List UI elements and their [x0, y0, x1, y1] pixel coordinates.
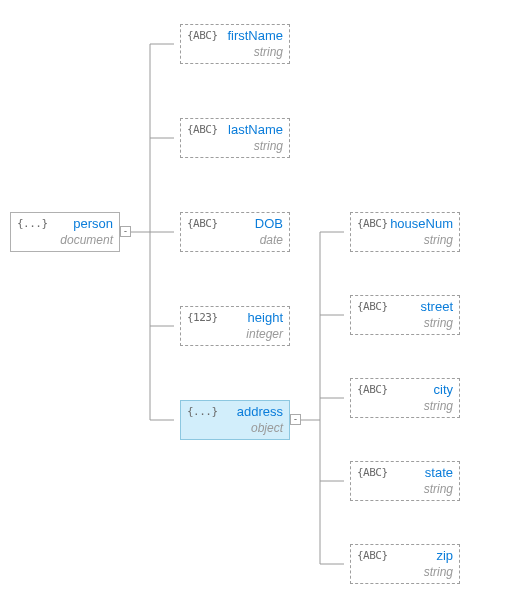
string-icon: {ABC} — [357, 466, 388, 479]
node-label: height — [248, 310, 283, 325]
node-label: DOB — [255, 216, 283, 231]
node-type: string — [424, 233, 453, 247]
node-type: string — [424, 565, 453, 579]
node-DOB[interactable]: {ABC} DOB date — [180, 212, 290, 252]
string-icon: {ABC} — [357, 383, 388, 396]
node-type: string — [424, 316, 453, 330]
node-houseNum[interactable]: {ABC} houseNum string — [350, 212, 460, 252]
integer-icon: {123} — [187, 311, 218, 324]
node-person[interactable]: {...} person document — [10, 212, 120, 252]
node-type: object — [251, 421, 283, 435]
node-label: person — [73, 216, 113, 231]
node-type: string — [424, 482, 453, 496]
node-label: city — [434, 382, 454, 397]
node-label: zip — [436, 548, 453, 563]
node-label: street — [420, 299, 453, 314]
node-zip[interactable]: {ABC} zip string — [350, 544, 460, 584]
string-icon: {ABC} — [357, 300, 388, 313]
node-label: lastName — [228, 122, 283, 137]
node-firstName[interactable]: {ABC} firstName string — [180, 24, 290, 64]
node-type: string — [424, 399, 453, 413]
expander-address[interactable]: - — [290, 414, 301, 425]
node-label: firstName — [227, 28, 283, 43]
node-type: string — [254, 45, 283, 59]
expander-person[interactable]: - — [120, 226, 131, 237]
node-type: date — [260, 233, 283, 247]
string-icon: {ABC} — [187, 29, 218, 42]
schema-diagram: {...} person document - {ABC} firstName … — [0, 0, 522, 598]
node-city[interactable]: {ABC} city string — [350, 378, 460, 418]
node-state[interactable]: {ABC} state string — [350, 461, 460, 501]
node-label: state — [425, 465, 453, 480]
node-label: address — [237, 404, 283, 419]
node-type: string — [254, 139, 283, 153]
object-icon: {...} — [17, 217, 48, 230]
object-icon: {...} — [187, 405, 218, 418]
node-type: document — [60, 233, 113, 247]
string-icon: {ABC} — [357, 549, 388, 562]
node-lastName[interactable]: {ABC} lastName string — [180, 118, 290, 158]
node-type: integer — [246, 327, 283, 341]
node-height[interactable]: {123} height integer — [180, 306, 290, 346]
node-label: houseNum — [390, 216, 453, 231]
node-street[interactable]: {ABC} street string — [350, 295, 460, 335]
string-icon: {ABC} — [187, 217, 218, 230]
node-address[interactable]: {...} address object — [180, 400, 290, 440]
string-icon: {ABC} — [187, 123, 218, 136]
string-icon: {ABC} — [357, 217, 388, 230]
